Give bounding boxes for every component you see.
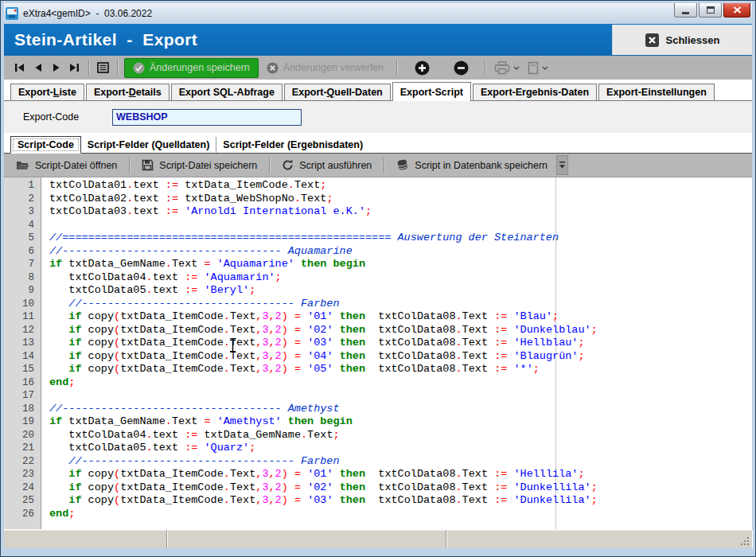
subtab-script-code[interactable]: Script-Code [10, 136, 81, 154]
refresh-icon [282, 159, 294, 171]
code-line: 9 txtColData05.text := 'Beryl'; [4, 284, 752, 298]
minimize-icon [682, 12, 689, 14]
x-circle-icon [267, 62, 279, 74]
line-number: 11 [4, 310, 42, 324]
record-toolbar: Änderungen speichern Änderungen verwerfe… [4, 56, 752, 80]
maximize-icon [707, 6, 715, 14]
x-square-icon [645, 33, 659, 47]
tab-export-script[interactable]: Export-Script [392, 82, 471, 101]
toolbar-separator [485, 60, 485, 76]
code-line: 10 //--------------------------------- F… [4, 298, 752, 311]
tab-export-details[interactable]: Export-Details [86, 84, 170, 100]
chevron-down-icon [542, 66, 548, 70]
script-toolbar: Script-Datei öffnenScript-Datei speicher… [4, 154, 752, 177]
main-tabs: Export-ListeExport-DetailsExport SQL-Abf… [4, 80, 752, 101]
line-number: 21 [4, 442, 42, 455]
tab-export-quell-daten[interactable]: Export-Quell-Daten [284, 84, 391, 100]
script-open-button[interactable]: Script-Datei öffnen [9, 160, 124, 171]
code-line: 18//---------------------------------- A… [4, 403, 752, 416]
code-line: 7if txtData_GemName.Text = 'Aquamarine' … [4, 258, 752, 271]
export-code-label: Export-Code [23, 111, 112, 123]
plus-circle-icon [415, 60, 430, 76]
code-line: 14 if copy(txtData_ItemCode.Text,3,2) = … [4, 350, 752, 364]
code-line: 21 txtColData05.text := 'Quarz'; [4, 442, 752, 455]
line-number: 7 [4, 258, 42, 271]
line-number: 24 [4, 481, 42, 495]
print-dropdown[interactable] [490, 61, 524, 75]
toolbar-separator [129, 158, 130, 173]
previous-record-button[interactable] [29, 58, 47, 77]
line-number: 18 [4, 403, 42, 416]
code-line: 6//---------------------------------- Aq… [4, 245, 752, 259]
discard-changes-button[interactable]: Änderungen verwerfen [259, 58, 392, 78]
line-number: 15 [4, 363, 42, 376]
status-panel [4, 530, 167, 548]
script-save-button[interactable]: Script-Datei speichern [134, 159, 264, 171]
code-line: 1txtColData01.text := txtData_ItemCode.T… [4, 179, 752, 193]
minimize-button[interactable] [674, 3, 697, 18]
code-line: 24 if copy(txtData_ItemCode.Text,3,2) = … [4, 481, 752, 495]
line-number: 25 [4, 494, 42, 508]
line-number: 8 [4, 271, 42, 285]
script-open-label: Script-Datei öffnen [35, 160, 117, 171]
line-number: 9 [4, 284, 42, 298]
next-record-button[interactable] [47, 58, 65, 77]
script-save-db-label: Script in Datenbank speichern [415, 160, 548, 171]
titlebar[interactable]: eXtra4<gemID> - 03.06.2022 [4, 3, 752, 24]
code-line: 20 txtColData04.text := txtData_GemName.… [4, 429, 752, 442]
tab-export-ergebnis-daten[interactable]: Export-Ergebnis-Daten [473, 84, 597, 100]
tab-export-liste[interactable]: Export-Liste [10, 84, 84, 100]
subtab-script-felder-quelldaten[interactable]: Script-Felder (Quelldaten) [81, 137, 216, 153]
script-save-db-button[interactable]: Script in Datenbank speichern [389, 159, 555, 171]
line-number: 4 [4, 219, 42, 232]
toolbar-separator [117, 60, 118, 76]
preview-dropdown[interactable] [524, 61, 552, 75]
line-number: 12 [4, 324, 42, 337]
resize-grip[interactable] [740, 536, 750, 547]
window-title: eXtra4<gemID> - 03.06.2022 [23, 8, 152, 19]
code-line: 13 if copy(txtData_ItemCode.Text,3,2) = … [4, 337, 752, 350]
document-icon [528, 61, 539, 75]
line-number: 17 [4, 389, 42, 403]
code-line: 19if txtData_GemName.Text = 'Amethyst' t… [4, 415, 752, 429]
record-list-button[interactable] [94, 58, 112, 77]
script-run-label: Script ausführen [299, 160, 372, 171]
line-number: 20 [4, 429, 42, 442]
close-icon [733, 6, 742, 14]
code-line: 3txtColData03.text := 'Arnoldi Internati… [4, 205, 752, 219]
script-run-button[interactable]: Script ausführen [275, 159, 379, 171]
maximize-button[interactable] [699, 3, 722, 18]
line-number: 5 [4, 232, 42, 245]
last-record-icon [69, 63, 80, 72]
save-changes-button[interactable]: Änderungen speichern [124, 58, 259, 78]
code-line: 5//=====================================… [4, 232, 752, 245]
line-number: 13 [4, 337, 42, 350]
first-record-button[interactable] [10, 58, 29, 77]
code-line: 26end; [4, 508, 752, 521]
tab-export-einstellungen[interactable]: Export-Einstellungen [598, 84, 715, 100]
save-changes-label: Änderungen speichern [150, 62, 250, 73]
toolbar-separator [396, 60, 397, 76]
script-toolbar-overflow-button[interactable] [556, 155, 568, 175]
code-line: 23 if copy(txtData_ItemCode.Text,3,2) = … [4, 468, 752, 481]
schliessen-button[interactable]: Schliessen [612, 25, 752, 55]
export-code-input[interactable] [112, 109, 302, 126]
close-button[interactable] [723, 3, 750, 18]
code-line: 17 [4, 389, 752, 403]
line-number: 14 [4, 350, 42, 364]
script-code-editor[interactable]: 1txtColData01.text := txtData_ItemCode.T… [4, 177, 752, 529]
discard-changes-label: Änderungen verwerfen [283, 62, 384, 73]
last-record-button[interactable] [65, 58, 84, 77]
tab-export-sql-abfrage[interactable]: Export SQL-Abfrage [171, 84, 283, 100]
code-line: 16end; [4, 376, 752, 390]
database-icon [396, 159, 409, 171]
folder-open-icon [16, 160, 29, 170]
line-number: 26 [4, 508, 42, 521]
line-number: 6 [4, 245, 42, 259]
toolbar-separator [88, 60, 89, 76]
insert-record-button[interactable] [415, 60, 430, 76]
previous-record-icon [34, 63, 42, 72]
subtab-script-felder-ergebnisdaten[interactable]: Script-Felder (Ergebnisdaten) [216, 137, 369, 153]
delete-record-button[interactable] [454, 60, 469, 76]
script-save-label: Script-Datei speichern [159, 160, 257, 171]
